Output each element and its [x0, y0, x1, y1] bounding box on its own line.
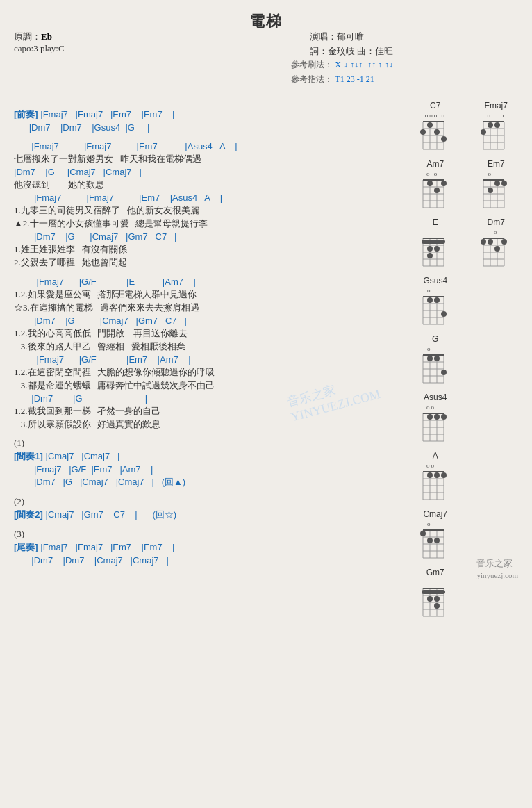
verse1-lyric2: 他沒聽到 她的歎息 [14, 179, 386, 191]
chorus-chord3: |Fmaj7 |G/F |Em7 |Am7 | [14, 354, 386, 365]
svg-point-71 [481, 239, 486, 245]
performer: 演唱：郁可唯 [310, 31, 393, 43]
chord-em7: Em7 o [470, 159, 522, 211]
verse2-lyric2: ▲2.十一層的小女孩懂事可愛 總是幫母親提行李 [14, 217, 386, 230]
chord-row-4: Gsus4 o [405, 276, 526, 327]
svg-point-147 [434, 603, 440, 609]
outro-line2: |Dm7 |Dm7 |Cmaj7 |Cmaj7 | [14, 555, 386, 566]
meta-right: 演唱：郁可唯 詞：金玟岐 曲：佳旺 [310, 31, 393, 60]
chord-row-6: Asus4 oo [405, 393, 526, 444]
interlude1-line2: |Fmaj7 |G/F |Em7 |Am7 | [14, 464, 386, 475]
finger-ref: 參考指法： T1 23 -1 21 [291, 74, 393, 85]
svg-point-11 [434, 129, 440, 135]
svg-point-24 [481, 129, 486, 135]
strum-link-1[interactable]: X-↓ [335, 60, 348, 69]
svg-point-46 [494, 181, 500, 186]
strum-ref: 參考刷法： X-↓ ↑↓↑ -↑↑ ↑-↑↓ [291, 59, 393, 71]
svg-point-146 [434, 596, 440, 602]
chord-diagrams: C7 ooo o [405, 101, 526, 626]
finger-link-1[interactable]: T1 [335, 74, 344, 84]
chord-dm7: Dm7 o [470, 217, 522, 269]
svg-point-98 [441, 370, 447, 375]
strum-link-4[interactable]: ↑-↑↓ [378, 60, 393, 69]
watermark-bottom: 音乐之家 yinyuezj.com [476, 557, 518, 581]
svg-point-73 [501, 239, 507, 245]
svg-point-61 [427, 253, 433, 258]
svg-point-48 [488, 188, 493, 193]
svg-point-108 [427, 414, 433, 420]
strum-link-3[interactable]: -↑↑ [365, 60, 376, 69]
svg-point-35 [441, 181, 447, 186]
svg-point-110 [441, 414, 447, 420]
verse2-chord2: |Dm7 |G |Cmaj7 |Gm7 C7 | [14, 231, 386, 242]
chord-row-8: Cmaj7 o [405, 509, 526, 561]
verse1-chord1: |Fmaj7 |Fmaj7 |Em7 |Asus4 A | [14, 141, 386, 151]
chord-a: A oo [409, 451, 461, 502]
reference-section: 參考刷法： X-↓ ↑↓↑ -↑↑ ↑-↑↓ 參考指法： T1 23 -1 21 [291, 59, 393, 85]
finger-link-4[interactable]: 21 [366, 74, 374, 84]
svg-point-47 [501, 181, 507, 186]
chord-gm7: Gm7 [409, 568, 461, 619]
page: 電梯 原調：Eb capo:3 play:C 演唱：郁可唯 詞：金玟岐 曲：佳旺… [0, 0, 532, 595]
capo-info: capo:3 play:C [14, 43, 65, 54]
chord-e: E [409, 217, 461, 269]
chorus-lyric7: 1.2.截我回到那一梯 孑然一身的自己 [14, 405, 386, 418]
svg-point-60 [434, 246, 440, 252]
outro-intro: (3) [14, 529, 386, 540]
chorus-lyric8: 3.所以寒願假設你 好過真實的歎息 [14, 418, 386, 431]
chorus-chord4: |Dm7 |G | [14, 393, 386, 404]
strum-link-2[interactable]: ↑↓↑ [350, 60, 363, 69]
chorus-lyric1: 1.2.如果愛是座公寓 搭那班電梯人群中見過你 [14, 288, 386, 301]
finger-link-2[interactable]: 23 [347, 74, 355, 84]
verse2-lyric1: 1.九零三的司徒男又宿醉了 他的新女友很美麗 [14, 204, 386, 217]
svg-point-10 [420, 129, 426, 135]
interlude1-intro: (1) [14, 438, 386, 449]
chord-gsus4: Gsus4 o [409, 276, 461, 327]
svg-point-121 [434, 472, 440, 478]
lyricist-composer: 詞：金玟岐 曲：佳旺 [310, 45, 393, 58]
svg-point-97 [434, 356, 440, 361]
svg-rect-144 [422, 590, 445, 594]
chord-fmaj7: Fmaj7 o o [470, 101, 522, 152]
outro-label: [尾奏] |Fmaj7 |Fmaj7 |Em7 |Em7 | [14, 541, 386, 554]
chord-c7: C7 ooo o [409, 101, 461, 152]
svg-point-145 [427, 596, 433, 602]
meta-left: 原調：Eb capo:3 play:C [14, 31, 65, 54]
svg-point-132 [420, 531, 426, 536]
svg-point-34 [427, 181, 433, 186]
svg-point-12 [441, 136, 447, 142]
chord-row-5: G o [405, 334, 526, 386]
svg-point-36 [434, 188, 440, 193]
svg-point-22 [488, 122, 493, 128]
chorus-lyric5: 1.2.在這密閉空間裡 大膽的想像你傾聽過你的呼吸 [14, 366, 386, 379]
verse2-chord1: |Fmaj7 |Fmaj7 |Em7 |Asus4 A | [14, 192, 386, 203]
svg-point-122 [441, 472, 447, 478]
chord-am7: Am7 o o [409, 159, 461, 211]
chord-asus4: Asus4 oo [409, 393, 461, 444]
finger-link-3[interactable]: -1 [357, 74, 364, 84]
svg-point-85 [434, 297, 440, 303]
svg-point-96 [427, 356, 433, 361]
verse2-lyric4: 2.父親去了哪裡 她也曾問起 [14, 256, 386, 269]
verse2-lyric3: 1.姓王姓張姓李 有沒有關係 [14, 243, 386, 256]
song-title: 電梯 [14, 11, 518, 32]
chorus-chord1: |Fmaj7 |G/F |E |Am7 | [14, 277, 386, 287]
chord-g: G o [409, 334, 461, 386]
svg-point-134 [434, 538, 440, 543]
svg-point-23 [494, 122, 500, 128]
interlude1-label: [間奏1] |Cmaj7 |Cmaj7 | [14, 450, 386, 463]
chord-row-1: C7 ooo o [405, 101, 526, 152]
svg-point-9 [427, 122, 433, 128]
chord-row-2: Am7 o o [405, 159, 526, 211]
chord-row-7: A oo [405, 451, 526, 502]
svg-point-86 [441, 311, 447, 317]
chord-row-3: E [405, 217, 526, 269]
verse1-chord2: |Dm7 |G |Cmaj7 |Cmaj7 | [14, 167, 386, 177]
chorus-lyric4: 3.後來的路人甲乙 曾經相 愛相厭後相棄 [14, 340, 386, 353]
chorus-chord2: |Dm7 |G |Cmaj7 |Gm7 C7 | [14, 315, 386, 326]
svg-point-84 [427, 297, 433, 303]
prelude-line2: |Dm7 |Dm7 |Gsus4 |G | [14, 122, 386, 133]
verse1-lyric1: 七層搬來了一對新婚男女 昨天和我在電梯偶遇 [14, 153, 386, 165]
svg-point-72 [488, 239, 493, 245]
chorus-lyric3: 1.2.我的心高高低低 門開啟 再目送你離去 [14, 327, 386, 340]
